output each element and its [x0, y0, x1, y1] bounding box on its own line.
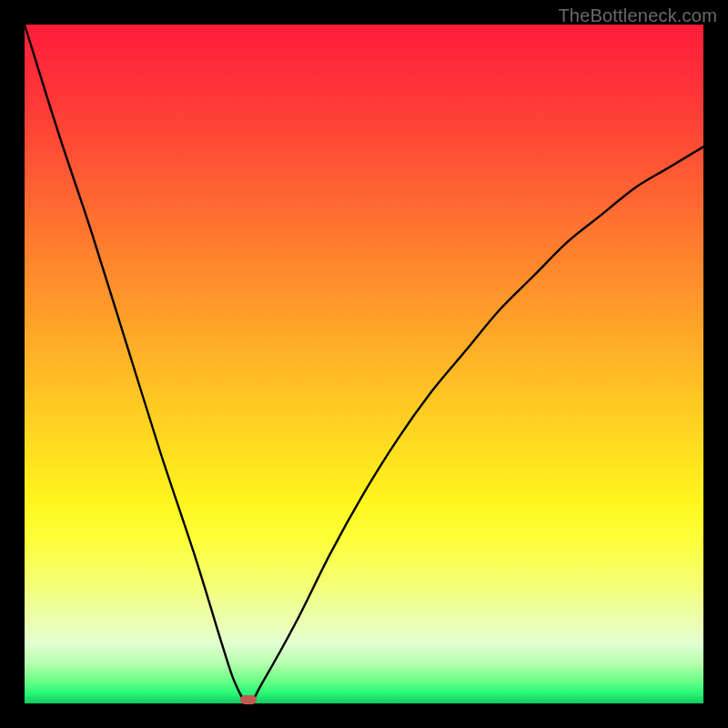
watermark-text: TheBottleneck.com [558, 5, 717, 26]
curve-path [25, 25, 703, 703]
bottleneck-curve [25, 25, 703, 703]
plot-area [25, 25, 703, 703]
chart-frame: TheBottleneck.com [0, 0, 728, 728]
optimum-marker [240, 695, 257, 704]
